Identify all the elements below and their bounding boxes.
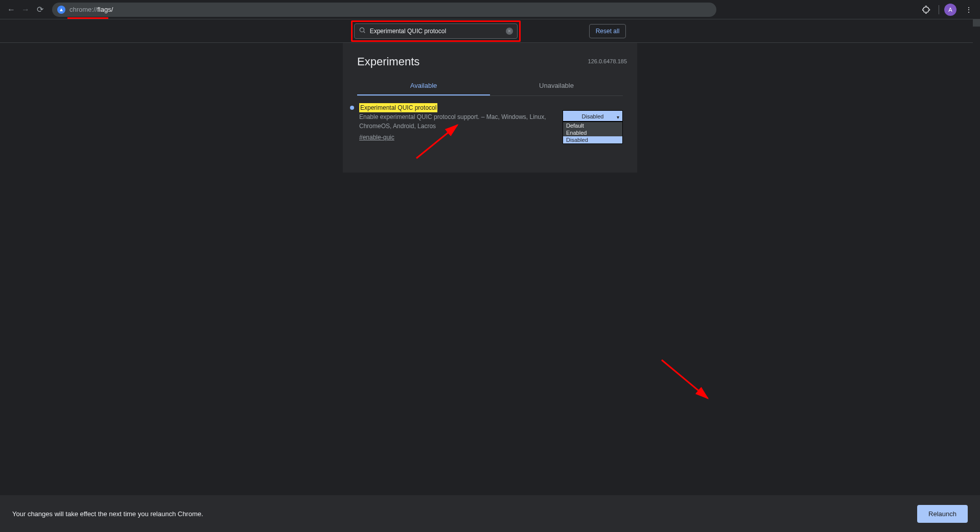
svg-point-0	[360, 28, 364, 32]
extensions-icon[interactable]	[919, 3, 934, 17]
tab-unavailable[interactable]: Unavailable	[490, 77, 623, 95]
forward-button[interactable]: →	[18, 3, 33, 17]
flag-option-disabled[interactable]: Disabled	[563, 136, 622, 143]
site-info-icon[interactable]: ▲	[57, 6, 65, 14]
flag-option-enabled[interactable]: Enabled	[563, 129, 622, 136]
url-scheme: chrome://	[69, 6, 97, 13]
omnibox[interactable]: ▲ chrome://flags/	[52, 3, 716, 17]
tabs: Available Unavailable	[357, 77, 623, 96]
annotation-arrow-relaunch	[659, 357, 715, 403]
toolbar-right: A ⋮	[919, 3, 976, 17]
page-title: Experiments	[357, 55, 623, 68]
flag-modified-dot	[350, 106, 354, 110]
annotation-underline	[67, 17, 108, 19]
browser-toolbar: ← → ⟳ ▲ chrome://flags/ A ⋮	[0, 0, 980, 19]
restart-message: Your changes will take effect the next t…	[12, 510, 203, 518]
experiments-panel: Experiments 126.0.6478.185 Available Una…	[343, 43, 637, 173]
relaunch-button[interactable]: Relaunch	[917, 505, 968, 523]
flag-select[interactable]: Disabled	[563, 110, 623, 122]
scroll-up-button[interactable]	[973, 19, 980, 27]
search-wrap: Experimental QUIC protocol ✕	[354, 23, 518, 39]
reload-button[interactable]: ⟳	[33, 3, 47, 17]
search-flags-input[interactable]: Experimental QUIC protocol ✕	[354, 23, 518, 39]
flag-title: Experimental QUIC protocol	[359, 103, 437, 112]
flag-item: Experimental QUIC protocol Enable experi…	[357, 103, 623, 142]
tab-available[interactable]: Available	[357, 77, 490, 95]
reset-all-button[interactable]: Reset all	[589, 24, 626, 38]
flag-option-default[interactable]: Default	[563, 122, 622, 129]
flag-description: Enable experimental QUIC protocol suppor…	[359, 113, 546, 130]
toolbar-divider	[939, 5, 939, 14]
svg-line-1	[363, 32, 365, 33]
clear-search-icon[interactable]: ✕	[506, 28, 513, 35]
profile-avatar[interactable]: A	[944, 4, 956, 16]
scrollbar[interactable]	[973, 19, 980, 495]
back-button[interactable]: ←	[4, 3, 18, 17]
flags-header: Experimental QUIC protocol ✕ Reset all	[0, 19, 980, 43]
restart-bar: Your changes will take effect the next t…	[0, 495, 980, 532]
flag-hash-link[interactable]: #enable-quic	[359, 133, 394, 142]
flag-text: Experimental QUIC protocol Enable experi…	[359, 103, 557, 142]
svg-line-3	[662, 360, 708, 398]
flag-select-wrap: Disabled Default Enabled Disabled	[563, 110, 623, 122]
chrome-menu-icon[interactable]: ⋮	[962, 3, 976, 17]
flag-select-dropdown: Default Enabled Disabled	[563, 122, 623, 144]
search-icon	[359, 27, 366, 35]
search-value: Experimental QUIC protocol	[370, 28, 446, 35]
chrome-version: 126.0.6478.185	[588, 58, 627, 64]
url-path: flags/	[97, 6, 113, 13]
